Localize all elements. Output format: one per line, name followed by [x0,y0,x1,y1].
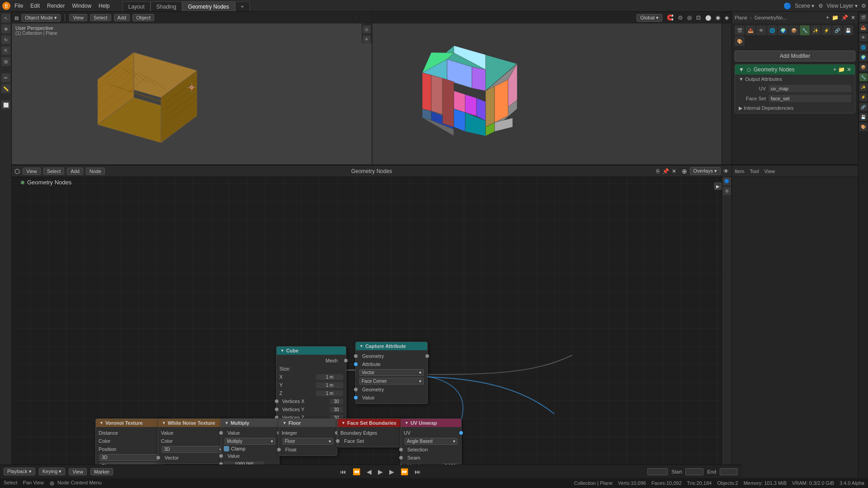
shading-material-icon[interactable]: ◉ [716,14,720,21]
prop-ri-11[interactable]: 💾 [859,113,868,121]
object-menu[interactable]: Object [132,14,154,21]
mod-faceset-value[interactable]: face_set [769,95,851,102]
snap-icon[interactable]: 🧲 [667,14,674,21]
ne-select-menu[interactable]: Select [43,168,65,175]
menu-file[interactable]: File [11,2,27,10]
prop-ri-3[interactable]: 👁 [859,33,868,42]
input-cube-vx[interactable] [330,399,343,404]
ne-icon-3[interactable]: ⚙ [723,187,731,195]
prop-ri-2[interactable]: 📤 [859,23,868,32]
prop-tab-object[interactable]: 📦 [789,25,799,35]
socket-capture-geom-in2[interactable] [354,388,358,391]
settings-icon[interactable]: ⚙ [818,3,823,9]
ne-copy-icon[interactable]: ⎘ [656,168,660,174]
prop-tab-render[interactable]: 🎬 [735,25,745,35]
mod-x-icon[interactable]: ✕ [847,66,851,73]
mod-browse-icon[interactable]: 📁 [838,66,845,73]
menu-edit[interactable]: Edit [27,2,43,10]
shading-rendered-icon[interactable]: ◈ [725,14,729,21]
tl-play[interactable]: ▶ [377,468,384,475]
scene-selector[interactable]: Scene ▾ [795,3,814,9]
prop-ri-5[interactable]: 🌍 [859,53,868,61]
dropdown-vor-3d[interactable]: 3D ▾ [99,454,161,461]
socket-capture-geom-in[interactable] [354,354,358,358]
tl-start-val[interactable]: 1 [685,468,703,475]
tool-transform[interactable]: ⊞ [1,57,10,66]
socket-wn-vector-in[interactable] [156,456,160,460]
ne-overlay-btn[interactable]: Overlays ▾ [690,167,721,175]
socket-mult-value2-in[interactable] [219,454,223,458]
dropdown-multiply-op[interactable]: Multiply ▾ [225,438,275,445]
input-cube-x[interactable] [316,374,343,380]
input-cube-vy[interactable] [330,407,343,413]
overlay-icon[interactable]: ◎ [687,14,692,21]
tab-layout[interactable]: Layout [123,1,151,11]
ne-view-menu[interactable]: View [23,168,41,175]
add-menu[interactable]: Add [114,14,130,21]
tab-add[interactable]: + [235,1,250,11]
ne-pin-view-icon[interactable]: ⊕ [682,168,687,175]
input-cube-z[interactable] [316,390,343,396]
socket-capture-value-out[interactable] [354,396,358,399]
prop-tab-constraints[interactable]: 🔗 [832,25,842,35]
prop-close-icon[interactable]: ✕ [851,14,855,21]
dropdown-floor-op[interactable]: Floor ▾ [283,438,333,445]
prop-ri-12[interactable]: 🎨 [859,123,868,131]
mod-uv-value[interactable]: uv_map [769,85,851,92]
tool-rotate[interactable]: ↻ [1,35,10,44]
prop-tab-physics[interactable]: ⚡ [821,25,831,35]
modifier-collapse-arrow[interactable]: ▼ [739,66,744,73]
view-layer-selector[interactable]: View Layer ▾ [827,3,858,9]
socket-cube-vy-in[interactable] [275,408,278,411]
socket-uv-out[interactable] [459,431,463,435]
ne-add-menu[interactable]: Add [67,168,83,175]
prop-tab-material[interactable]: 🎨 [735,36,745,46]
dropdown-uv-angle[interactable]: Angle Based ▾ [405,438,458,445]
prop-ri-9[interactable]: ⚡ [859,93,868,101]
keying-dropdown[interactable]: Keying ▾ [39,468,66,475]
prop-browse-icon[interactable]: 📁 [832,14,839,21]
prop-ri-6[interactable]: 📦 [859,63,868,71]
menu-window[interactable]: Window [68,2,95,10]
prop-tab-world[interactable]: 🌍 [778,25,788,35]
menu-render[interactable]: Render [43,2,68,10]
checkbox-clamp[interactable] [224,446,229,451]
dropdown-capture-vector[interactable]: Vector ▾ [359,369,424,376]
socket-cube-vx-in[interactable] [275,399,278,403]
ne-view-icon[interactable]: 👁 [723,168,729,174]
prop-tab-view[interactable]: 👁 [756,25,766,35]
socket-capture-attr-in[interactable] [354,362,358,366]
socket-fsb-faceset-in[interactable] [336,439,340,443]
ne-icon-2[interactable]: 🔵 [723,177,731,185]
socket-uv-selection-in[interactable] [399,448,403,451]
proportional-icon[interactable]: ⊙ [678,14,683,21]
mod-new-icon[interactable]: + [833,66,836,73]
xray-icon[interactable]: ⊡ [696,14,701,21]
ne-node-menu[interactable]: Node [86,168,105,175]
dropdown-capture-facecorner[interactable]: Face Corner ▾ [359,378,424,385]
prop-tab-output[interactable]: 📤 [745,25,755,35]
view-btn-tl[interactable]: View [69,468,87,475]
ne-pin-icon[interactable]: 📌 [662,168,669,174]
ne-close-btn[interactable]: ✕ [672,168,676,174]
tl-jump-end[interactable]: ⏭ [413,468,422,475]
prop-pin-icon[interactable]: 📌 [841,14,848,21]
dropdown-wn-3d[interactable]: 3D ▾ [162,446,224,453]
select-menu[interactable]: Select [90,14,111,21]
prop-ri-10[interactable]: 🔗 [859,103,868,111]
tab-geometry-nodes[interactable]: Geometry Nodes [182,1,235,11]
prop-new-icon[interactable]: + [826,14,829,21]
tl-end-val[interactable]: 250 [720,468,738,475]
internal-dep-header[interactable]: ▶ Internal Dependencies [735,103,855,113]
add-modifier-button[interactable]: Add Modifier [735,51,855,61]
prop-tab-scene[interactable]: 🌐 [767,25,777,35]
socket-capture-geom-out[interactable] [425,354,429,358]
view-menu[interactable]: View [69,14,87,21]
prop-ri-1[interactable]: 🎬 [859,14,868,22]
marker-btn-tl[interactable]: Marker [90,468,113,475]
vp-gizmo-btn[interactable]: ✛ [363,35,371,43]
socket-uv-seam-in[interactable] [399,456,403,460]
input-cube-y[interactable] [316,382,343,388]
socket-cube-mesh[interactable] [344,359,348,362]
tl-next-keyframe[interactable]: ▶ [388,468,396,475]
